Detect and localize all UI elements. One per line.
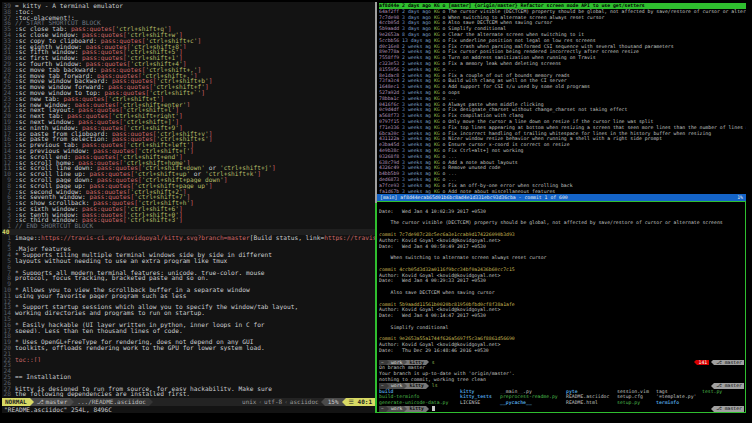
text-segment: __pycache__ — [500, 400, 566, 406]
text-segment: image:: — [15, 235, 41, 241]
vim-pane: 39= kitty - A terminal emulator38:toc:37… — [2, 2, 375, 413]
terminal-line: The cursor visible (DECTCEM) property sh… — [379, 220, 745, 226]
text-segment: ] — [198, 38, 202, 44]
text-segment: kitty — [407, 406, 425, 412]
text-segment: toc — [15, 357, 26, 363]
git-branch-icon: ⎇ — [37, 398, 44, 405]
text-segment: README.html — [566, 400, 617, 406]
text-segment: Simplify conditional — [379, 325, 448, 331]
text-segment: ] — [179, 113, 183, 119]
text-segment: hackability — [190, 386, 231, 392]
text-segment: layouts without needing to use an extra … — [15, 258, 212, 264]
vim-line[interactable]: 1image::https://travis-ci.org/kovidgoyal… — [2, 235, 375, 241]
text-segment: ] — [198, 67, 202, 73]
text-segment: using your favorite pager program such a… — [15, 293, 186, 299]
vim-mode-indicator: NORMAL — [2, 398, 30, 406]
text-segment: Date: Thu Dec 29 16:48:46 2016 +0530 — [379, 348, 489, 354]
shell-window[interactable]: Date: Wed Jan 4 10:02:39 2017 +0530 The … — [377, 201, 746, 413]
text-segment: speed). Less than ten thousand lines of … — [15, 328, 183, 334]
kitty-terminal-window: 39= kitty - A terminal emulator38:toc:37… — [2, 2, 746, 413]
text-segment: tmux — [212, 258, 227, 264]
tig-status-text: [main] af8d44ecab65d01b6bc8ad4e1d331ebc9… — [380, 194, 568, 201]
text-segment: ] — [201, 90, 205, 96]
text-segment: for lower system load. — [179, 345, 265, 351]
text-segment: ~ — [379, 406, 386, 412]
tig-scroll-percent: 1% — [737, 194, 743, 201]
commit-title: Add support for CSI s/u used by some old… — [448, 84, 590, 90]
text-segment: test.py — [702, 389, 722, 395]
branch-name: master — [46, 398, 68, 405]
commit-title: Fix a memory leak when deleting screens — [448, 61, 561, 67]
right-column: af8d44e 2 days ago KG o [master] {origin… — [377, 2, 746, 413]
text-segment: // END_SHORTCUT_BLOCK — [15, 223, 93, 229]
statusline-cursor-position: ☰ 40:1 — [346, 398, 375, 406]
vim-command-line-message: "README.asciidoc" 254L, 8496C — [2, 406, 375, 413]
tig-statusbar: [main] af8d44ecab65d01b6bc8ad4e1d331ebc9… — [377, 194, 746, 201]
text-segment: When switching to alternate screen alway… — [379, 255, 547, 261]
statusline-encoding: utf-8 — [262, 398, 284, 406]
statusline-filename: .../README.asciidoc — [74, 398, 149, 406]
text-segment: ::[] — [26, 357, 41, 363]
text-segment: Date: Wed Jan 4 00:14:47 2017 +0530 — [379, 313, 486, 319]
prompt-right-segments: 141⎇ master — [694, 360, 744, 366]
statusline-git-branch: ⎇master — [34, 398, 71, 406]
git-branch-badge: ⎇ master — [714, 406, 744, 412]
statusline-fileformat: unix — [240, 398, 258, 406]
text-segment: The cursor visible (DECTCEM) property sh… — [379, 220, 723, 226]
terminal-cursor[interactable] — [432, 406, 435, 411]
git-branch-badge: ⎇ master — [714, 360, 744, 366]
text-segment: Date: Wed Jan 4 10:02:39 2017 +0530 — [379, 209, 486, 215]
text-segment: setup.py — [617, 400, 656, 406]
text-segment: ] — [209, 136, 213, 142]
text-segment: ] — [190, 148, 194, 154]
text-segment: [Build status, link= — [250, 235, 325, 241]
statusline-scroll-percent: 15% — [325, 398, 342, 406]
text-segment: . Make sure — [231, 386, 272, 392]
text-segment: ] — [272, 165, 276, 171]
text-segment: ] — [186, 102, 190, 108]
text-segment: ] — [183, 44, 187, 50]
vim-buffer: 39= kitty - A terminal emulator38:toc:37… — [2, 2, 375, 398]
text-segment: ] — [224, 177, 228, 183]
text-segment: the following dependencies are installed… — [15, 391, 190, 397]
text-segment: Date: Wed Jan 4 00:29:33 2017 +0530 — [379, 278, 486, 284]
text-segment: ] — [257, 171, 261, 177]
text-segment: ] — [209, 78, 213, 84]
vim-statusline: NORMAL ⎇master .../README.asciidoc unix … — [2, 398, 375, 406]
text-segment: ] — [209, 183, 213, 189]
statusline-filetype: asciidoc — [288, 398, 321, 406]
statusline-spacer — [153, 398, 240, 406]
exit-code-badge: 141 — [697, 360, 710, 366]
prompt-right-segments: ⎇ master — [711, 406, 744, 412]
text-segment: Also save DECTCEM when saving cursor — [379, 290, 495, 296]
line-number: 28 — [2, 391, 11, 397]
text-segment: ] — [190, 200, 194, 206]
text-segment: working directories and programs to run … — [15, 310, 205, 316]
vim-line[interactable]: 28the following dependencies are install… — [2, 391, 375, 397]
text-segment: ] — [179, 217, 183, 223]
commit-title: Fix Ctrl+alt+] not working — [448, 148, 523, 154]
text-segment: LICENSE — [460, 400, 500, 406]
text-segment: terminfo — [656, 400, 702, 406]
text-segment: Date: Wed Jan 4 00:50:49 2017 +0530 — [379, 244, 486, 250]
text-segment: s — [429, 360, 435, 366]
text-segment: https://travis-ci.org/kovidgoyal/kitty.s… — [41, 235, 250, 241]
text-segment: toolkits, offloads rendering work to the — [15, 345, 168, 351]
text-segment: https://travis-ci.org/kovidgoyal/kitty — [324, 235, 375, 241]
text-segment: ] — [205, 84, 209, 90]
shell-prompt-line[interactable]: ~workkitty ⎇ master — [379, 406, 745, 412]
terminal-line: generate-unicode-data.pyLICENSE__pycache… — [379, 400, 745, 406]
text-segment: protocol, focus tracking, bracketed past… — [15, 275, 209, 281]
text-segment: GPU — [168, 345, 179, 351]
tig-commit-list: af8d44e 2 days ago KG o [master] {origin… — [377, 2, 746, 194]
text-segment: 'ctrl+shift+3' — [127, 217, 179, 223]
text-segment: work — [389, 406, 405, 412]
text-segment: == Installation — [15, 374, 71, 380]
